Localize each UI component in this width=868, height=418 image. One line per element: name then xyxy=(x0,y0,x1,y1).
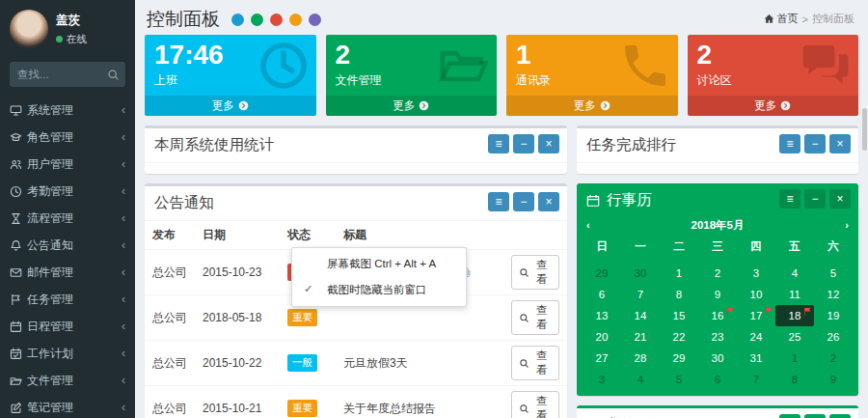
stat-box-文件管理[interactable]: 2 文件管理 更多 xyxy=(326,35,498,116)
collapse-button[interactable]: − xyxy=(804,189,826,209)
collapse-button[interactable]: − xyxy=(804,134,826,153)
sidebar-item-attend[interactable]: 考勤管理 ‹ xyxy=(0,178,135,205)
calendar-day[interactable]: 26 xyxy=(814,326,853,348)
calendar-day[interactable]: 2 xyxy=(814,348,853,369)
calendar-day[interactable]: 1 xyxy=(775,348,814,369)
role-icon xyxy=(10,131,27,144)
sidebar-item-notes[interactable]: 笔记管理 ‹ xyxy=(0,394,135,418)
view-button[interactable]: 查看 xyxy=(511,255,559,290)
close-icon: × xyxy=(836,193,843,205)
minus-icon: − xyxy=(520,196,527,208)
search-input[interactable] xyxy=(10,62,100,87)
calendar-day[interactable]: 1 xyxy=(660,263,698,284)
calendar-day[interactable]: 4 xyxy=(621,369,660,390)
close-button[interactable]: × xyxy=(829,189,851,209)
row-date: 2015-10-23 xyxy=(195,250,280,295)
calendar-day[interactable]: 22 xyxy=(660,326,698,348)
view-button[interactable]: 查看 xyxy=(511,391,559,418)
scrollbar-thumb[interactable] xyxy=(862,108,867,151)
calendar-next-button[interactable]: › xyxy=(829,219,849,231)
sidebar-item-process[interactable]: 流程管理 ‹ xyxy=(0,205,135,232)
more-link[interactable]: 更多 xyxy=(326,96,498,116)
calendar-prev-button[interactable]: ‹ xyxy=(586,219,606,231)
calendar-day[interactable]: 8 xyxy=(660,284,698,305)
collapse-button[interactable]: − xyxy=(513,134,534,153)
calendar-day[interactable]: 23 xyxy=(698,326,737,348)
flag-icon xyxy=(10,293,27,306)
list-button[interactable]: ≡ xyxy=(779,414,800,418)
calendar-day[interactable]: 11 xyxy=(775,284,814,305)
calendar-day[interactable]: 12 xyxy=(814,284,853,305)
calendar-day[interactable]: 18 xyxy=(775,305,814,326)
list-button[interactable]: ≡ xyxy=(779,134,800,153)
row-publisher: 总公司 xyxy=(145,386,195,418)
view-button[interactable]: 查看 xyxy=(511,300,559,335)
close-button[interactable]: × xyxy=(538,192,559,211)
more-link[interactable]: 更多 xyxy=(688,96,859,116)
more-link[interactable]: 更多 xyxy=(145,96,316,116)
sidebar-item-system[interactable]: 系统管理 ‹ xyxy=(0,97,135,124)
collapse-button[interactable]: − xyxy=(513,192,534,211)
sidebar-item-user[interactable]: 用户管理 ‹ xyxy=(0,151,135,178)
calendar-day[interactable]: 27 xyxy=(583,348,621,369)
calendar-day[interactable]: 17 xyxy=(737,305,775,326)
calendar-day[interactable]: 6 xyxy=(698,369,737,390)
calendar-day[interactable]: 10 xyxy=(737,284,775,305)
stat-box-上班[interactable]: 17:46 上班 更多 xyxy=(145,35,316,116)
calendar-day[interactable]: 19 xyxy=(814,305,853,326)
calendar-day[interactable]: 5 xyxy=(660,369,698,390)
sidebar-item-plan[interactable]: 工作计划 ‹ xyxy=(0,340,135,367)
calendar-day[interactable]: 30 xyxy=(621,263,660,284)
calendar-day[interactable]: 30 xyxy=(698,348,737,369)
calendar-day[interactable]: 9 xyxy=(698,284,737,305)
collapse-button[interactable]: − xyxy=(804,414,826,418)
panel-usage-stats: 本周系统使用统计 ≡ − × xyxy=(145,125,567,174)
calendar-day[interactable]: 16 xyxy=(698,305,737,326)
calendar-day[interactable]: 21 xyxy=(621,326,660,348)
sidebar-item-label: 笔记管理 xyxy=(27,400,122,416)
calendar-day[interactable]: 25 xyxy=(775,326,814,348)
stat-box-讨论区[interactable]: 2 讨论区 更多 xyxy=(688,35,859,116)
list-button[interactable]: ≡ xyxy=(779,189,800,209)
calendar-day[interactable]: 8 xyxy=(775,369,814,390)
calendar-day[interactable]: 29 xyxy=(583,263,621,284)
menu-item-hide-window[interactable]: ✓ 截图时隐藏当前窗口 xyxy=(292,277,466,303)
calendar-day[interactable]: 3 xyxy=(583,369,621,390)
calendar-day[interactable]: 5 xyxy=(814,263,853,284)
sidebar-item-task[interactable]: 任务管理 ‹ xyxy=(0,286,135,313)
sidebar-item-schedule[interactable]: 日程管理 ‹ xyxy=(0,313,135,340)
calendar-day[interactable]: 29 xyxy=(660,348,698,369)
calendar-day[interactable]: 2 xyxy=(698,263,737,284)
column-header: 标题 xyxy=(336,221,503,250)
calendar-day[interactable]: 20 xyxy=(583,326,621,348)
arrow-circle-right-icon xyxy=(600,100,610,111)
calendar-day[interactable]: 3 xyxy=(737,263,775,284)
calendar-day[interactable]: 6 xyxy=(583,284,621,305)
calendar-day[interactable]: 31 xyxy=(737,348,775,369)
sidebar-item-label: 任务管理 xyxy=(27,292,122,308)
sidebar-item-mail[interactable]: 邮件管理 ‹ xyxy=(0,259,135,286)
calendar-day[interactable]: 28 xyxy=(621,348,660,369)
calendar-day[interactable]: 13 xyxy=(583,305,621,326)
list-button[interactable]: ≡ xyxy=(488,134,509,153)
calendar-day[interactable]: 7 xyxy=(621,284,660,305)
close-button[interactable]: × xyxy=(829,414,851,418)
list-button[interactable]: ≡ xyxy=(488,192,509,211)
view-button[interactable]: 查看 xyxy=(511,346,559,380)
calendar-day[interactable]: 7 xyxy=(737,369,775,390)
sidebar-item-file[interactable]: 文件管理 ‹ xyxy=(0,367,135,394)
calendar-day[interactable]: 4 xyxy=(775,263,814,284)
calendar-day[interactable]: 24 xyxy=(737,326,775,348)
stat-box-通讯录[interactable]: 1 通讯录 更多 xyxy=(506,35,678,116)
calendar-day[interactable]: 15 xyxy=(660,305,698,326)
close-button[interactable]: × xyxy=(829,134,851,153)
menu-item-screen-capture[interactable]: 屏幕截图 Ctrl + Alt + A xyxy=(292,251,466,277)
breadcrumb-home-link[interactable]: 首页 xyxy=(764,12,799,26)
more-link[interactable]: 更多 xyxy=(506,96,678,116)
calendar-day[interactable]: 14 xyxy=(621,305,660,326)
calendar-day[interactable]: 9 xyxy=(814,369,853,390)
sidebar-item-notice[interactable]: 公告通知 ‹ xyxy=(0,232,135,259)
sidebar-item-role[interactable]: 角色管理 ‹ xyxy=(0,124,135,151)
close-button[interactable]: × xyxy=(538,134,559,153)
search-button[interactable] xyxy=(100,62,125,87)
